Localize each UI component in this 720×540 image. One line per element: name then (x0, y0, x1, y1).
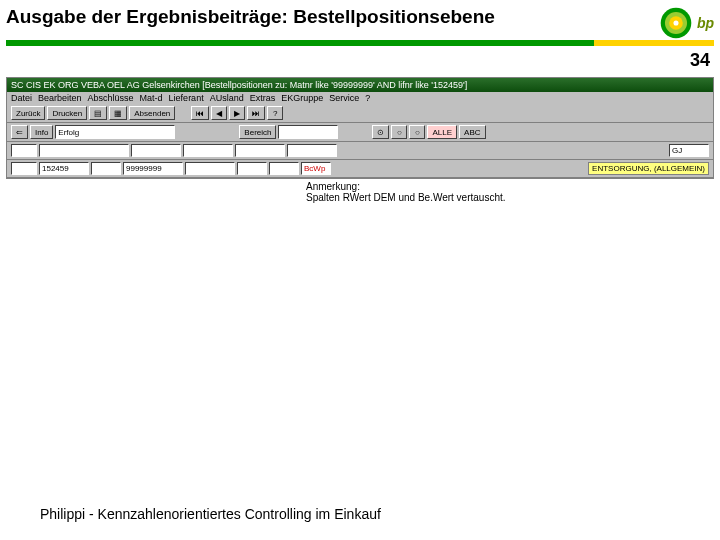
nav-prev-button[interactable]: ◀ (211, 106, 227, 120)
svg-point-3 (673, 20, 678, 25)
menu-item-3[interactable]: Mat-d (140, 93, 163, 103)
toolbar-2: ⇐ Info Erfolg Bereich ⊙ ○ ○ ALLE ABC (7, 123, 713, 142)
f2-4[interactable] (185, 162, 235, 175)
bp-helios-icon (659, 6, 693, 40)
print-button[interactable]: Drucken (47, 106, 87, 120)
gj-field[interactable]: GJ (669, 144, 709, 157)
filter-1[interactable] (39, 144, 129, 157)
filter-4[interactable] (235, 144, 285, 157)
toolbar-icon-2[interactable]: ▦ (109, 106, 127, 120)
alle-button[interactable]: ALLE (427, 125, 457, 139)
abc-button[interactable]: ABC (459, 125, 485, 139)
slide-title: Ausgabe der Ergebnisbeiträge: Bestellpos… (6, 4, 495, 34)
filter-0[interactable] (11, 144, 37, 157)
bereich-label: Bereich (239, 125, 276, 139)
slide-footer: Philippi - Kennzahlenorientiertes Contro… (40, 506, 381, 522)
opt-b[interactable]: ○ (391, 125, 407, 139)
menu-item-4[interactable]: Lieferant (169, 93, 204, 103)
toolbar-main: Zurück Drucken ▤ ▦ Absenden ⏮ ◀ ▶ ⏭ ? (7, 104, 713, 123)
menubar: DateiBearbeitenAbschlüsseMat-dLieferantA… (7, 92, 713, 104)
note-line-1: Anmerkung: (306, 181, 714, 192)
nav-next-button[interactable]: ▶ (229, 106, 245, 120)
divider-rule (6, 40, 714, 46)
absenden-button[interactable]: Absenden (129, 106, 175, 120)
matnr-filter[interactable]: 99999999 (123, 162, 183, 175)
bcwp-field[interactable]: BcWp (301, 162, 331, 175)
nav-icon[interactable]: ⇐ (11, 125, 28, 139)
page-number: 34 (6, 48, 714, 77)
menu-item-9[interactable]: ? (365, 93, 370, 103)
annotation: Anmerkung: Spalten RWert DEM und Be.Wert… (6, 179, 714, 203)
note-line-2: Spalten RWert DEM und Be.Wert vertauscht… (306, 192, 714, 203)
back-button[interactable]: Zurück (11, 106, 45, 120)
f2-6[interactable] (269, 162, 299, 175)
menu-item-1[interactable]: Bearbeiten (38, 93, 82, 103)
bereich-combo[interactable] (278, 125, 338, 139)
menu-item-6[interactable]: Extras (250, 93, 276, 103)
f2-5[interactable] (237, 162, 267, 175)
opt-c[interactable]: ○ (409, 125, 425, 139)
liefnr-filter[interactable]: 152459 (39, 162, 89, 175)
opt-a[interactable]: ⊙ (372, 125, 389, 139)
menu-item-5[interactable]: AUsland (210, 93, 244, 103)
filter-5[interactable] (287, 144, 337, 157)
menu-item-8[interactable]: Service (329, 93, 359, 103)
menu-item-0[interactable]: Datei (11, 93, 32, 103)
help-button[interactable]: ? (267, 106, 283, 120)
nav-last-button[interactable]: ⏭ (247, 106, 265, 120)
toolbar-icon-1[interactable]: ▤ (89, 106, 107, 120)
window-titlebar: SC CIS EK ORG VEBA OEL AG Gelsenkirchen … (7, 78, 713, 92)
bp-logo: bp (659, 4, 714, 40)
filter-3[interactable] (183, 144, 233, 157)
category-label: ENTSORGUNG, (ALLGEMEIN) (588, 162, 709, 175)
app-window: SC CIS EK ORG VEBA OEL AG Gelsenkirchen … (6, 77, 714, 179)
filter-row-2: 152459 99999999 BcWp ENTSORGUNG, (ALLGEM… (7, 160, 713, 178)
f2-2[interactable] (91, 162, 121, 175)
menu-item-7[interactable]: EKGruppe (281, 93, 323, 103)
filter-row-1: GJ (7, 142, 713, 160)
menu-item-2[interactable]: Abschlüsse (88, 93, 134, 103)
bp-logo-text: bp (697, 15, 714, 31)
info-button[interactable]: Info (30, 125, 53, 139)
f2-0[interactable] (11, 162, 37, 175)
filter-2[interactable] (131, 144, 181, 157)
erfolg-combo[interactable]: Erfolg (55, 125, 175, 139)
nav-first-button[interactable]: ⏮ (191, 106, 209, 120)
